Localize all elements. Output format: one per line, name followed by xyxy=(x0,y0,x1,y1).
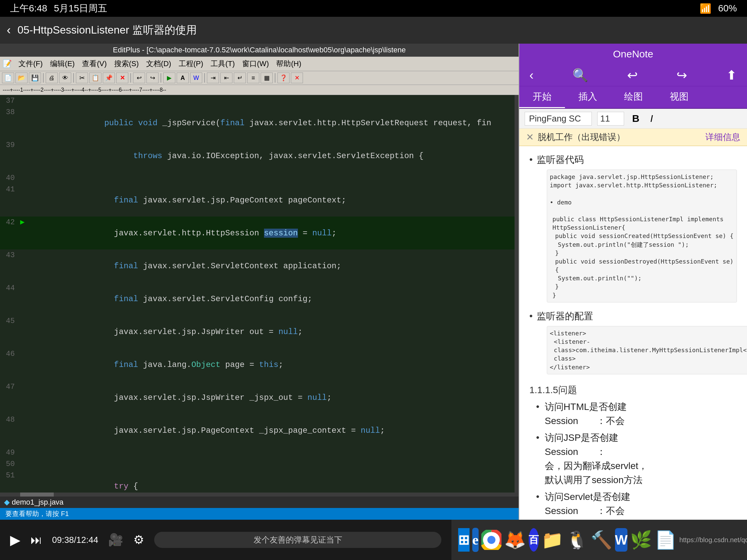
code-lines-wrapper: 37 38 public void _jspService(final java… xyxy=(0,95,515,492)
onenote-content[interactable]: • 监听器代码 package java.servlet.jsp.HttpSes… xyxy=(519,146,747,520)
taskbar-app2[interactable]: 🌿 xyxy=(630,528,652,552)
next-button[interactable]: ⏭ xyxy=(31,533,42,546)
tab-draw[interactable]: 绘图 xyxy=(611,86,656,108)
note-bullet-html: • 访问HTML是否创建Session ：不会 xyxy=(529,400,737,428)
svg-point-1 xyxy=(487,536,495,544)
note-subsection-title: 1.1.1.5问题 xyxy=(529,384,737,397)
toolbar-cut[interactable]: ✂ xyxy=(76,73,88,83)
horizontal-scrollbar[interactable] xyxy=(0,492,519,497)
taskbar-explorer[interactable]: 📁 xyxy=(541,528,563,552)
toolbar-help[interactable]: ❓ xyxy=(278,73,289,83)
toolbar-redo[interactable]: ↪ xyxy=(147,73,158,83)
toolbar-outdent[interactable]: ⇤ xyxy=(220,73,232,83)
tab-start[interactable]: 开始 xyxy=(519,86,565,108)
code-line-45: 45 javax.servlet.jsp.JspWriter out = nul… xyxy=(0,315,515,348)
url-bar: https://blog.csdn.net/qq_36358740 xyxy=(679,536,747,544)
tab-view[interactable]: 视图 xyxy=(656,86,702,108)
tab-insert[interactable]: 插入 xyxy=(565,86,611,108)
onenote-search-icon[interactable]: 🔍 xyxy=(572,68,588,83)
toolbar-bold[interactable]: A xyxy=(177,73,189,83)
taskbar-start-button[interactable]: ⊞ xyxy=(458,528,469,552)
taskbar-pdf[interactable]: 📄 xyxy=(654,528,676,552)
code-area: 37 38 public void _jspService(final java… xyxy=(0,95,515,492)
toolbar-new[interactable]: 📄 xyxy=(2,73,14,83)
file-tab-demo1[interactable]: ◆ demo1_jsp.java xyxy=(4,498,63,507)
taskbar-baidu[interactable]: 百 xyxy=(529,528,539,552)
font-family-input[interactable] xyxy=(525,112,592,126)
onenote-titlebar: OneNote xyxy=(519,44,747,64)
offline-detail-link[interactable]: 详细信息 xyxy=(705,131,740,143)
main-content: EditPlus - [C:\apache-tomcat-7.0.52\work… xyxy=(0,44,747,520)
taskbar-chrome[interactable] xyxy=(481,528,501,552)
menu-project[interactable]: 工程(P) xyxy=(175,57,207,70)
back-button[interactable]: ‹ xyxy=(7,23,11,37)
toolbar-print[interactable]: 🖨 xyxy=(46,73,58,83)
toolbar-align[interactable]: ≡ xyxy=(247,73,259,83)
onenote-nav: ‹ 🔍 ↩ ↪ ⬆ xyxy=(519,64,747,86)
file-tab-label: demo1_jsp.java xyxy=(12,498,63,507)
taskbar-apps: ⊞ e 🦊 百 📁 🐧 🔨 W 🌿 📄 https://blog.csdn.ne… xyxy=(452,520,747,560)
toolbar-wrap[interactable]: ↵ xyxy=(234,73,246,83)
menu-edit[interactable]: 编辑(E) xyxy=(47,57,78,70)
code-scroll-container[interactable]: 37 38 public void _jspService(final java… xyxy=(0,95,519,492)
note-title-listener-code: 监听器代码 xyxy=(537,153,737,167)
menu-view[interactable]: 查看(V) xyxy=(79,57,110,70)
editor-status-bar: 要查看帮助，请按 F1 xyxy=(0,508,519,520)
vertical-scrollbar[interactable] xyxy=(515,95,519,492)
onenote-tabs: 开始 插入 绘图 视图 xyxy=(519,86,747,109)
toolbar-sep4 xyxy=(160,73,161,83)
subtitle-input[interactable]: 发个友善的弹幕见证当下 xyxy=(154,532,441,548)
code-line-40: 40 xyxy=(0,172,515,184)
camera-icon[interactable]: 🎥 xyxy=(108,533,123,547)
code-line-39: 39 throws java.io.IOException, javax.ser… xyxy=(0,139,515,172)
toolbar-cols[interactable]: ▦ xyxy=(261,73,273,83)
menu-document[interactable]: 文档(D) xyxy=(143,57,175,70)
note-section-listener-code: • 监听器代码 package java.servlet.jsp.HttpSes… xyxy=(529,153,737,305)
taskbar-qq[interactable]: 🐧 xyxy=(566,528,588,552)
bold-button[interactable]: B xyxy=(629,111,642,126)
italic-button[interactable]: I xyxy=(648,111,655,126)
editor-ruler: ----+----1----+----2----+----3----+----4… xyxy=(0,85,519,95)
toolbar-preview[interactable]: 👁 xyxy=(59,73,71,83)
font-size-input[interactable] xyxy=(597,112,624,126)
note-section-listener-config: • 监听器的配置 <listener> <listener-class>com.… xyxy=(529,309,737,377)
code-line-49: 49 xyxy=(0,447,515,458)
menu-window[interactable]: 窗口(W) xyxy=(239,57,272,70)
toolbar-delete[interactable]: ✕ xyxy=(116,73,128,83)
onenote-back-icon[interactable]: ‹ xyxy=(529,68,534,83)
editor-status-text: 要查看帮助，请按 F1 xyxy=(5,509,69,518)
onenote-undo-icon[interactable]: ↩ xyxy=(627,68,638,83)
toolbar-open[interactable]: 📂 xyxy=(16,73,28,83)
toolbar-run[interactable]: ▶ xyxy=(163,73,175,83)
onenote-share-icon[interactable]: ⬆ xyxy=(726,68,737,83)
menu-help[interactable]: 帮助(H) xyxy=(273,57,305,70)
offline-close-icon[interactable]: ✕ xyxy=(526,132,534,143)
menu-search[interactable]: 搜索(S) xyxy=(111,57,142,70)
status-bar: 上午6:48 5月15日周五 📶 60% xyxy=(0,0,747,17)
menu-tools[interactable]: 工具(T) xyxy=(207,57,238,70)
taskbar-ie[interactable]: e xyxy=(472,528,479,552)
file-tab-bar: ◆ demo1_jsp.java xyxy=(0,497,519,508)
battery-display: 60% xyxy=(718,3,737,14)
editor-titlebar: EditPlus - [C:\apache-tomcat-7.0.52\work… xyxy=(0,44,519,57)
toolbar-indent[interactable]: ⇥ xyxy=(207,73,219,83)
wifi-icon: 📶 xyxy=(700,3,712,14)
onenote-toolbar: B I xyxy=(519,109,747,129)
settings-icon[interactable]: ⚙ xyxy=(133,533,144,547)
toolbar-save[interactable]: 💾 xyxy=(29,73,41,83)
toolbar-undo[interactable]: ↩ xyxy=(133,73,145,83)
taskbar-firefox[interactable]: 🦊 xyxy=(504,528,526,552)
note-title-listener-config: 监听器的配置 xyxy=(537,309,747,323)
file-icon: ◆ xyxy=(4,498,10,507)
code-line-47: 47 javax.servlet.jsp.JspWriter _jspx_out… xyxy=(0,381,515,414)
toolbar-copy[interactable]: 📋 xyxy=(89,73,101,83)
taskbar-app1[interactable]: 🔨 xyxy=(591,528,612,552)
menu-file[interactable]: 文件(F) xyxy=(15,57,46,70)
toolbar-close[interactable]: ✕ xyxy=(291,73,303,83)
onenote-redo-icon[interactable]: ↪ xyxy=(676,68,687,83)
play-button[interactable]: ▶ xyxy=(10,532,21,548)
taskbar-word[interactable]: W xyxy=(615,528,628,552)
toolbar-font-w[interactable]: W xyxy=(190,73,202,83)
code-line-43: 43 final javax.servlet.ServletContext ap… xyxy=(0,249,515,282)
toolbar-paste[interactable]: 📌 xyxy=(103,73,115,83)
